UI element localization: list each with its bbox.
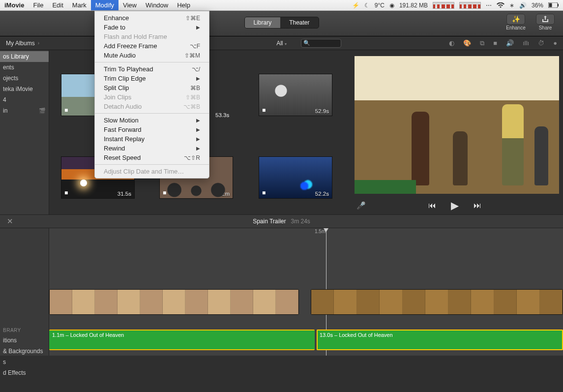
menu-item-trim-clip-edge[interactable]: Trim Clip Edge▶ [95, 74, 209, 83]
timeline-video-clip[interactable] [311, 289, 563, 315]
search-icon: 🔍 [303, 40, 310, 46]
prev-button[interactable]: ⏮ [428, 201, 436, 210]
mac-menubar: iMovie File Edit Mark Modify View Window… [0, 0, 563, 11]
menu-item-flash-and-hold-frame: Flash and Hold Frame [95, 32, 209, 41]
figure [453, 131, 468, 185]
menu-item-detach-audio: Detach Audio⌥⌘B [95, 102, 209, 111]
menu-window[interactable]: Window [141, 0, 173, 10]
shortcut: ⇧⌘M [184, 52, 200, 59]
memory-text: 191.82 MB [399, 2, 428, 9]
submenu-arrow-icon: ▶ [196, 25, 200, 30]
menu-item-join-clips: Join Clips⇧⌘B [95, 92, 209, 102]
menu-item-trim-to-playhead[interactable]: Trim To Playhead⌥/ [95, 64, 209, 74]
timeline-audio-clip[interactable]: 13.0s – Locked Out of Heaven [317, 330, 563, 350]
sidebar-item[interactable]: in🎬 [0, 105, 49, 116]
gauge-icon: ◉ [389, 2, 394, 9]
menu-item-instant-replay[interactable]: Instant Replay▶ [95, 134, 209, 144]
clip-duration: 52.2s [315, 191, 329, 197]
menu-item-rewind[interactable]: Rewind▶ [95, 144, 209, 153]
search-input[interactable]: 🔍 [301, 39, 341, 48]
bluetooth-icon[interactable]: ∗ [509, 2, 514, 9]
submenu-arrow-icon: ▶ [196, 118, 200, 123]
menu-view[interactable]: View [119, 0, 141, 10]
video-icon[interactable]: ■ [493, 39, 497, 47]
menu-item-add-freeze-frame[interactable]: Add Freeze Frame⌥F [95, 41, 209, 51]
video-badge-icon: ■ [163, 189, 166, 196]
preview-canvas[interactable] [355, 56, 559, 194]
crop-icon[interactable]: ⧉ [480, 39, 484, 47]
menu-edit[interactable]: Edit [48, 0, 67, 10]
wand-icon: ✨ [506, 14, 525, 25]
sidebar-item[interactable]: teka iMovie [0, 84, 49, 94]
microphone-icon[interactable]: 🎤 [356, 201, 366, 210]
content-item[interactable]: itions [0, 335, 49, 346]
menu-item-fade-to[interactable]: Fade to▶ [95, 23, 209, 32]
clip-thumbnail[interactable]: ■52.9s [259, 74, 332, 116]
menu-item-reset-speed[interactable]: Reset Speed⌥⇧R [95, 153, 209, 162]
menu-mark[interactable]: Mark [68, 0, 91, 10]
menubar-status: ⚡ ☾ 9°C ◉ 191.82 MB ⋯ ∗ 🔊 36% [352, 2, 563, 9]
sidebar-item[interactable]: os Library [0, 51, 49, 62]
sidebar-item[interactable]: ents [0, 62, 49, 73]
timeline-video-clip[interactable] [49, 289, 299, 315]
svg-rect-1 [549, 3, 552, 7]
shortcut: ⌥/ [192, 66, 200, 73]
content-library-panel: BRARY itions & Backgrounds s d Effects [0, 228, 49, 356]
menu-item-mute-audio[interactable]: Mute Audio⇧⌘M [95, 51, 209, 60]
share-button[interactable]: Share [533, 14, 557, 33]
svg-rect-2 [558, 4, 559, 6]
submenu-arrow-icon: ▶ [196, 136, 200, 142]
contrast-icon[interactable]: ◐ [449, 39, 454, 47]
modify-dropdown: Enhance⇧⌘EFade to▶Flash and Hold FrameAd… [94, 11, 209, 179]
menu-item-split-clip[interactable]: Split Clip⌘B [95, 83, 209, 92]
timeline-audio-clip[interactable]: 1.1m – Locked Out of Heaven [49, 330, 315, 350]
play-button[interactable]: ▶ [451, 200, 459, 211]
wifi-icon[interactable] [497, 2, 504, 8]
video-badge-icon: ■ [64, 189, 68, 196]
segment-library[interactable]: Library [244, 17, 280, 28]
filter-all[interactable]: All ▾ [276, 40, 287, 47]
timeline[interactable]: 1.5m 1.1m – Locked Out of Heaven13.0s – … [0, 228, 563, 356]
toolbar: Library Theater ✨ Enhance Share [0, 11, 563, 36]
library-theater-segment: Library Theater [244, 17, 319, 29]
shortcut: ⌥⌘B [183, 103, 200, 110]
menu-modify[interactable]: Modify [91, 0, 119, 10]
menu-file[interactable]: File [29, 0, 48, 10]
breadcrumb[interactable]: My Albums [6, 40, 35, 47]
battery-icon[interactable] [548, 2, 559, 8]
battery-text: 36% [532, 2, 543, 9]
sparkline-1 [433, 2, 454, 9]
enhance-button[interactable]: ✨ Enhance [504, 14, 528, 33]
playback-controls: 🎤 ⏮ ▶ ⏭ [347, 197, 563, 214]
figure [502, 104, 524, 185]
speed-icon[interactable]: ⏱ [538, 39, 544, 47]
palette-icon[interactable]: 🎨 [463, 39, 471, 47]
menu-item-slow-motion[interactable]: Slow Motion▶ [95, 116, 209, 125]
project-name: Spain Trailer [253, 218, 286, 225]
shortcut: ⇧⌘E [185, 15, 200, 22]
sidebar-item[interactable]: 4 [0, 94, 49, 105]
chat-icon[interactable]: ⋯ [486, 2, 492, 9]
content-item[interactable]: & Backgrounds [0, 346, 49, 357]
browser-bar: My Albums › All ▾ 🔍 ◐ 🎨 ⧉ ■ 🔊 ıllı ⏱ ● [0, 36, 563, 50]
content-item[interactable]: s [0, 357, 49, 367]
audio-icon[interactable]: 🔊 [506, 39, 514, 47]
segment-theater[interactable]: Theater [280, 17, 318, 28]
share-icon [536, 14, 555, 25]
shortcut: ⌥⇧R [184, 154, 200, 161]
volume-icon[interactable]: 🔊 [519, 2, 527, 9]
clip-thumbnail[interactable]: ■52.2s [259, 156, 332, 199]
close-timeline-button[interactable]: ✕ [7, 217, 13, 226]
menu-item-enhance[interactable]: Enhance⇧⌘E [95, 13, 209, 23]
equalizer-icon[interactable]: ıllı [523, 39, 529, 47]
menu-help[interactable]: Help [173, 0, 195, 10]
sidebar-item[interactable]: ojects [0, 73, 49, 84]
content-item[interactable]: d Effects [0, 367, 49, 378]
clip-duration: 52.9s [315, 108, 329, 114]
menu-item-fast-forward[interactable]: Fast Forward▶ [95, 125, 209, 134]
info-icon[interactable]: ● [553, 39, 557, 47]
content-library-header: BRARY [0, 326, 49, 335]
next-button[interactable]: ⏭ [474, 201, 481, 210]
app-menu[interactable]: iMovie [0, 0, 29, 10]
menu-item-adjust-clip-date-and-time: Adjust Clip Date and Time… [95, 167, 209, 176]
